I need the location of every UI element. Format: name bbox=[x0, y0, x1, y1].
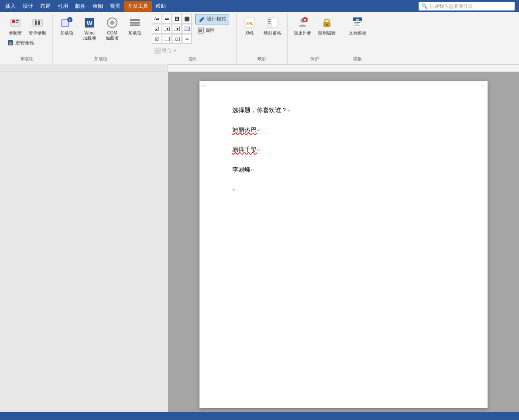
empty-paragraph: ↵ bbox=[232, 184, 455, 195]
menu-item-reference[interactable]: 引用 bbox=[54, 1, 72, 12]
svg-rect-20 bbox=[199, 30, 202, 31]
svg-rect-22 bbox=[155, 48, 157, 50]
svg-rect-24 bbox=[155, 51, 157, 53]
svg-rect-44 bbox=[354, 25, 360, 26]
svg-rect-2 bbox=[16, 20, 19, 21]
control-combo[interactable]: ⬛ bbox=[182, 14, 192, 24]
svg-text:🔒: 🔒 bbox=[8, 41, 13, 45]
control-checkbox[interactable]: ☑ bbox=[152, 24, 162, 34]
properties-button[interactable]: 属性 bbox=[195, 26, 229, 35]
svg-text:XML: XML bbox=[246, 22, 253, 26]
pause-macro-button[interactable]: 暂停录制 bbox=[26, 14, 49, 38]
restrict-edit-button[interactable]: 限制编辑 bbox=[316, 14, 338, 38]
para-mark-1: ↵ bbox=[257, 128, 260, 133]
add-addin-button[interactable]: + 加载项 bbox=[56, 14, 77, 38]
menu-item-insert[interactable]: 插入 bbox=[2, 1, 19, 12]
control-more[interactable] bbox=[182, 34, 192, 44]
mapping-pane-button[interactable]: 映射窗格 bbox=[261, 14, 284, 38]
option3-text: 李易峰 bbox=[232, 166, 251, 173]
svg-rect-17 bbox=[130, 24, 140, 26]
menu-item-mail[interactable]: 邮件 bbox=[72, 1, 89, 12]
option2-paragraph: 易烊千玺↵ bbox=[232, 144, 455, 155]
menu-item-view[interactable]: 视图 bbox=[107, 1, 124, 12]
menu-item-layout[interactable]: 布局 bbox=[37, 1, 54, 12]
status-bar bbox=[0, 412, 519, 420]
svg-rect-23 bbox=[158, 48, 160, 50]
option3-paragraph: 李易峰↵ bbox=[232, 164, 455, 175]
option1-paragraph: 迪丽热巴↵ bbox=[232, 124, 455, 135]
block-author-button[interactable]: ✕ 阻止作者 bbox=[291, 14, 314, 38]
question-text: 选择题，你喜欢谁？ bbox=[232, 107, 287, 114]
control-rect2[interactable]: ▼ bbox=[172, 24, 182, 34]
menu-item-help[interactable]: 帮助 bbox=[152, 1, 169, 12]
control-aa-large[interactable]: Aa bbox=[152, 14, 162, 24]
control-legacy[interactable]: ☑ bbox=[152, 34, 162, 44]
manage-addin-button[interactable]: 加载项 bbox=[124, 14, 145, 38]
xml-button[interactable]: XML XML bbox=[240, 14, 259, 38]
svg-rect-3 bbox=[16, 22, 18, 23]
svg-rect-19 bbox=[199, 29, 203, 30]
doc-template-button[interactable]: W 文档模板 bbox=[346, 14, 369, 38]
control-rect4[interactable] bbox=[162, 34, 172, 44]
svg-point-1 bbox=[12, 20, 15, 23]
control-image[interactable]: 🖼 bbox=[172, 14, 182, 24]
group-button[interactable]: 组合 ▼ bbox=[152, 46, 179, 55]
svg-rect-32 bbox=[268, 23, 271, 24]
para-mark-empty: ↵ bbox=[232, 187, 236, 192]
com-addin-button[interactable]: COM加载项 bbox=[102, 14, 123, 43]
svg-rect-31 bbox=[268, 21, 271, 22]
svg-rect-4 bbox=[33, 19, 42, 26]
option2-text: 易烊千玺 bbox=[232, 146, 257, 153]
svg-rect-42 bbox=[354, 22, 361, 23]
svg-rect-25 bbox=[158, 51, 160, 53]
svg-rect-16 bbox=[130, 22, 140, 24]
para-mark-2: ↵ bbox=[257, 148, 260, 152]
svg-rect-6 bbox=[38, 21, 40, 25]
svg-rect-43 bbox=[354, 24, 359, 24]
page-corner-tl: ↵ bbox=[202, 83, 206, 88]
para-mark-q: ↵ bbox=[287, 108, 291, 113]
question-paragraph: 选择题，你喜欢谁？↵ bbox=[232, 105, 455, 116]
svg-text:W: W bbox=[356, 18, 359, 22]
svg-text:✕: ✕ bbox=[303, 18, 307, 22]
control-aa-small[interactable]: Aa bbox=[162, 14, 172, 24]
macro-security-button[interactable]: 🔒 宏安全性 bbox=[5, 38, 49, 47]
svg-rect-15 bbox=[130, 19, 140, 21]
menu-item-design[interactable]: 设计 bbox=[19, 1, 37, 12]
design-mode-button[interactable]: 设计模式 bbox=[195, 14, 229, 24]
option1-text: 迪丽热巴 bbox=[232, 126, 257, 133]
menu-item-review[interactable]: 审阅 bbox=[89, 1, 107, 12]
menu-item-developer[interactable]: 开发工具 bbox=[124, 1, 152, 12]
word-addin-button[interactable]: W Word加载项 bbox=[79, 14, 100, 43]
svg-text:+: + bbox=[69, 18, 71, 22]
svg-rect-30 bbox=[268, 19, 271, 20]
svg-rect-5 bbox=[35, 21, 37, 25]
para-mark-3: ↵ bbox=[251, 168, 254, 172]
page-corner-tr: ⌐ bbox=[482, 83, 485, 88]
search-icon: 🔍 bbox=[421, 3, 428, 9]
svg-rect-38 bbox=[327, 25, 327, 26]
control-rect3[interactable] bbox=[182, 24, 192, 34]
control-rect5[interactable] bbox=[172, 34, 182, 44]
control-rect1[interactable]: ▼ bbox=[162, 24, 172, 34]
svg-text:W: W bbox=[86, 20, 93, 27]
svg-rect-21 bbox=[199, 31, 202, 32]
search-placeholder: 告诉我你想要做什么 bbox=[430, 3, 473, 10]
record-macro-button[interactable]: 录制宏 bbox=[5, 14, 25, 38]
